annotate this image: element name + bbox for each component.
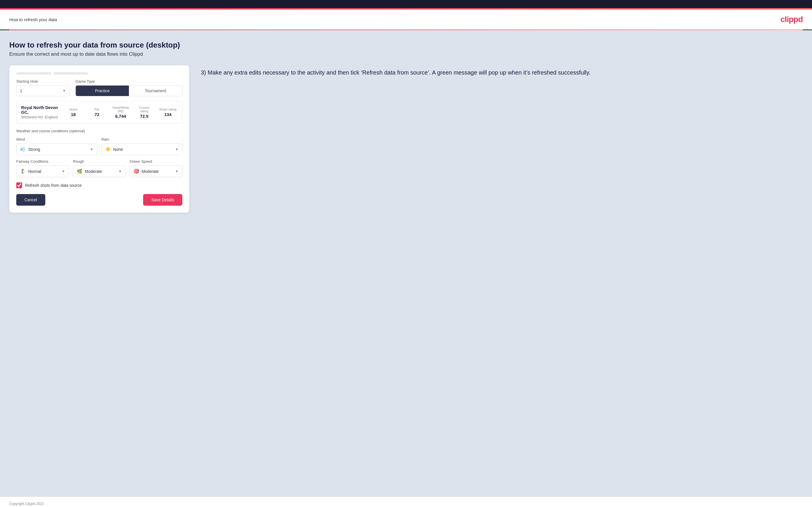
refresh-label: Refresh shots from data source bbox=[25, 183, 82, 188]
tournament-button[interactable]: Tournament bbox=[129, 86, 182, 96]
wind-select[interactable]: 💨 Strong ▼ bbox=[16, 143, 97, 155]
course-name: Royal North Devon GC, bbox=[21, 105, 59, 115]
footer-text: Copyright Clippd 2022 bbox=[9, 502, 44, 506]
weather-section-title: Weather and course conditions (optional) bbox=[16, 129, 182, 133]
tab-placeholder-2 bbox=[53, 72, 88, 74]
course-location: Westward Ho!, England bbox=[21, 115, 59, 119]
cancel-button[interactable]: Cancel bbox=[16, 194, 45, 206]
wind-rain-row: Wind 💨 Strong ▼ Rain ☀️ None bbox=[16, 137, 182, 155]
page-heading: How to refresh your data from source (de… bbox=[9, 41, 803, 50]
side-instruction: 3) Make any extra edits necessary to the… bbox=[201, 65, 803, 80]
starting-hole-select[interactable]: 1 ▼ bbox=[16, 85, 70, 96]
fairway-arrow: ▼ bbox=[61, 169, 65, 173]
rough-value: Moderate bbox=[85, 169, 102, 174]
wind-label: Wind bbox=[16, 137, 97, 142]
fairway-select-left: 🏌️ Normal bbox=[20, 169, 41, 174]
logo: clippd bbox=[781, 15, 803, 24]
top-tabs bbox=[16, 72, 182, 74]
fairway-icon: 🏌️ bbox=[20, 169, 26, 174]
header: How to refresh your data clippd bbox=[0, 10, 812, 30]
rain-select-left: ☀️ None bbox=[105, 147, 123, 152]
wind-icon: 💨 bbox=[20, 147, 26, 152]
rough-select[interactable]: 🌿 Moderate ▼ bbox=[73, 165, 125, 177]
form-actions: Cancel Save Details bbox=[16, 194, 182, 206]
course-par-stat: Par 72 bbox=[87, 108, 106, 117]
footer: Copyright Clippd 2022 bbox=[0, 497, 812, 507]
form-card: Starting Hole 1 ▼ Game Type Practice Tou… bbox=[9, 65, 189, 213]
green-speed-select-left: 🎯 Moderate bbox=[134, 169, 159, 174]
refresh-checkbox[interactable] bbox=[16, 182, 22, 188]
yards-label: Yards/White (M)) bbox=[111, 106, 130, 113]
fairway-select[interactable]: 🏌️ Normal ▼ bbox=[16, 165, 69, 177]
rain-select[interactable]: ☀️ None ▼ bbox=[101, 143, 182, 155]
starting-hole-value: 1 bbox=[20, 89, 22, 93]
starting-hole-arrow: ▼ bbox=[62, 89, 66, 93]
course-rating-label: Course rating bbox=[135, 106, 154, 113]
rough-select-left: 🌿 Moderate bbox=[77, 169, 102, 174]
rough-icon: 🌿 bbox=[77, 169, 83, 174]
top-bar bbox=[0, 0, 812, 8]
rain-value: None bbox=[113, 147, 123, 152]
green-speed-group: Green Speed 🎯 Moderate ▼ bbox=[130, 159, 182, 177]
slope-value: 134 bbox=[158, 112, 177, 117]
green-speed-arrow: ▼ bbox=[175, 169, 179, 173]
wind-arrow: ▼ bbox=[90, 147, 94, 152]
rough-arrow: ▼ bbox=[118, 169, 122, 173]
fairway-label: Fairway Conditions bbox=[16, 159, 69, 164]
par-value: 72 bbox=[87, 112, 106, 117]
slope-label: Slope rating bbox=[158, 108, 177, 111]
game-type-label: Game Type bbox=[75, 79, 182, 83]
wind-group: Wind 💨 Strong ▼ bbox=[16, 137, 97, 155]
course-yards-stat: Yards/White (M)) 6,744 bbox=[111, 106, 130, 119]
yards-value: 6,744 bbox=[111, 114, 130, 119]
starting-hole-label: Starting Hole bbox=[16, 79, 70, 83]
hole-gametype-row: Starting Hole 1 ▼ Game Type Practice Tou… bbox=[16, 79, 182, 96]
refresh-checkbox-row: Refresh shots from data source bbox=[16, 182, 182, 188]
course-rating-stat: Course rating 72.5 bbox=[135, 106, 154, 119]
conditions-row: Fairway Conditions 🏌️ Normal ▼ Rough 🌿 bbox=[16, 159, 182, 177]
rain-group: Rain ☀️ None ▼ bbox=[101, 137, 182, 155]
main-content: How to refresh your data from source (de… bbox=[0, 30, 812, 497]
save-button[interactable]: Save Details bbox=[143, 194, 182, 206]
course-rating-value: 72.5 bbox=[135, 114, 154, 119]
wind-value: Strong bbox=[28, 147, 40, 152]
wind-select-left: 💨 Strong bbox=[20, 147, 40, 152]
par-label: Par bbox=[87, 108, 106, 111]
course-info-box: Royal North Devon GC, Westward Ho!, Engl… bbox=[16, 101, 182, 123]
starting-hole-group: Starting Hole 1 ▼ bbox=[16, 79, 70, 96]
page-subheading: Ensure the correct and most up to date d… bbox=[9, 51, 803, 57]
course-name-col: Royal North Devon GC, Westward Ho!, Engl… bbox=[21, 105, 59, 119]
rain-arrow: ▼ bbox=[175, 147, 179, 152]
game-type-group: Game Type Practice Tournament bbox=[75, 79, 182, 96]
green-speed-icon: 🎯 bbox=[134, 169, 139, 174]
game-type-buttons: Practice Tournament bbox=[75, 85, 182, 96]
practice-button[interactable]: Practice bbox=[76, 86, 129, 96]
content-area: Starting Hole 1 ▼ Game Type Practice Tou… bbox=[9, 65, 803, 213]
rough-group: Rough 🌿 Moderate ▼ bbox=[73, 159, 125, 177]
instruction-text: 3) Make any extra edits necessary to the… bbox=[201, 68, 803, 77]
holes-value: 18 bbox=[64, 112, 83, 117]
holes-label: Holes bbox=[64, 108, 83, 111]
rain-icon: ☀️ bbox=[105, 147, 111, 152]
fairway-group: Fairway Conditions 🏌️ Normal ▼ bbox=[16, 159, 69, 177]
green-speed-value: Moderate bbox=[142, 169, 159, 174]
green-speed-label: Green Speed bbox=[130, 159, 182, 164]
rain-label: Rain bbox=[101, 137, 182, 142]
slope-rating-stat: Slope rating 134 bbox=[158, 108, 177, 117]
rough-label: Rough bbox=[73, 159, 125, 164]
course-holes-stat: Holes 18 bbox=[64, 108, 83, 117]
header-title: How to refresh your data bbox=[9, 17, 57, 22]
tab-placeholder-1 bbox=[16, 72, 51, 74]
fairway-value: Normal bbox=[28, 169, 41, 174]
green-speed-select[interactable]: 🎯 Moderate ▼ bbox=[130, 165, 182, 177]
